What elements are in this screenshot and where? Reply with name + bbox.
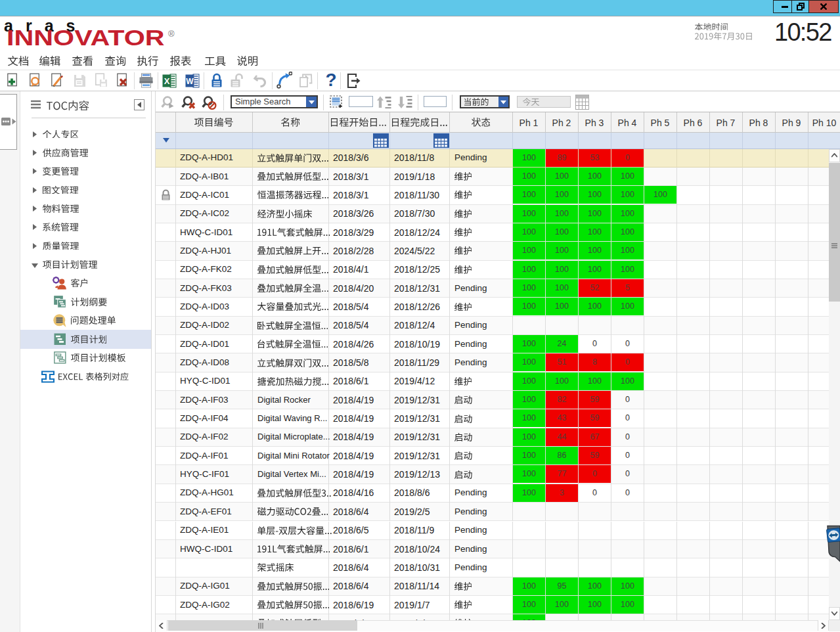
svg-text:X: X — [164, 76, 170, 86]
svg-text:W: W — [186, 77, 194, 86]
